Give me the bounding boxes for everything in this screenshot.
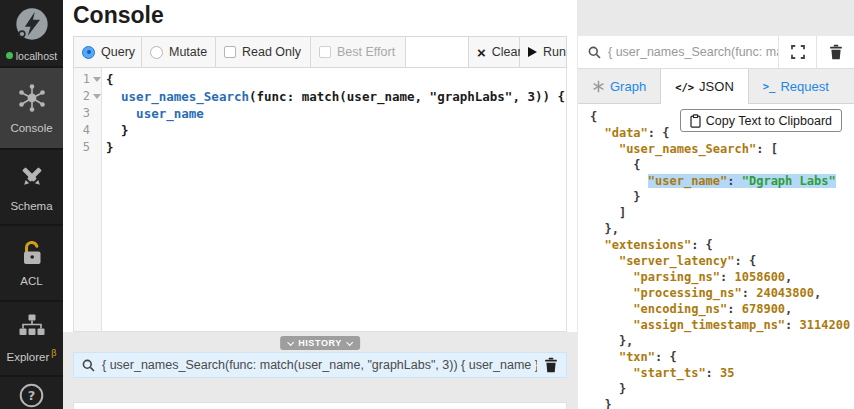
- results-query-preview: { user_names_Search(func: match(...: [601, 45, 778, 59]
- graph-icon: [592, 80, 605, 93]
- tab-json[interactable]: </> JSON: [660, 69, 749, 104]
- fold-arrow-icon[interactable]: [93, 94, 101, 99]
- json-line: ]: [590, 205, 854, 221]
- best-effort-label: Best Effort: [337, 45, 395, 59]
- history-toggle[interactable]: HISTORY: [280, 336, 360, 350]
- code-line: 3 user_name: [74, 105, 566, 122]
- code-line: 1{: [74, 71, 566, 88]
- json-line: "assign_timestamp_ns": 3114200: [590, 317, 854, 333]
- code-icon: </>: [675, 81, 694, 93]
- console-panel: Console Query Mutate Read Only Best Effo…: [63, 0, 577, 409]
- results-panel: { user_names_Search(func: match(...: [578, 0, 854, 409]
- tree-icon: [18, 314, 46, 343]
- code-line: 4 }: [74, 122, 566, 139]
- fullscreen-button[interactable]: [778, 36, 816, 68]
- tab-json-label: JSON: [699, 79, 734, 94]
- tab-graph[interactable]: Graph: [578, 69, 660, 103]
- connection-status-dot: [6, 52, 13, 59]
- run-button[interactable]: Run: [520, 37, 566, 67]
- json-line: {: [590, 157, 854, 173]
- tab-graph-label: Graph: [610, 79, 646, 94]
- page-title: Console: [73, 2, 164, 29]
- toolbar-spacer: [406, 37, 469, 67]
- best-effort-checkbox[interactable]: Best Effort: [311, 37, 406, 67]
- lock-icon: [19, 239, 45, 270]
- read-only-label: Read Only: [242, 45, 301, 59]
- editor-lines: 1{2 user_names_Search(func: match(user_n…: [74, 68, 566, 156]
- trash-icon: [829, 44, 843, 60]
- json-line: "user_name": "Dgraph Labs": [590, 173, 854, 189]
- history-entry-text: { user_names_Search(func: match(user_nam…: [102, 358, 537, 372]
- results-query-bar: { user_names_Search(func: match(...: [578, 36, 854, 69]
- search-icon: [578, 46, 601, 59]
- query-editor[interactable]: 1{2 user_names_Search(func: match(user_n…: [73, 68, 567, 332]
- json-view[interactable]: { "data": { "user_names_Search": [ { "us…: [578, 104, 854, 409]
- json-line: "start_ts": 35: [590, 365, 854, 381]
- results-tabs: Graph </> JSON >_ Request: [578, 69, 854, 104]
- mutate-mode-radio[interactable]: Mutate: [142, 37, 216, 67]
- json-line: "txn": {: [590, 349, 854, 365]
- tab-request-label: Request: [780, 79, 828, 94]
- sidebar-item-help[interactable]: ?: [0, 375, 63, 409]
- sidebar: localhost: [0, 0, 63, 409]
- json-line: "encoding_ns": 678900,: [590, 301, 854, 317]
- clear-button[interactable]: × Clear: [469, 37, 520, 67]
- x-icon: ×: [477, 45, 486, 60]
- sidebar-item-acl[interactable]: ACL: [0, 224, 63, 300]
- sidebar-item-console[interactable]: Console: [0, 66, 63, 148]
- clipboard-icon: [690, 114, 701, 128]
- history-entry[interactable]: { user_names_Search(func: match(user_nam…: [73, 352, 567, 378]
- json-lines: { "data": { "user_names_Search": [ { "us…: [590, 109, 854, 409]
- sidebar-item-label: Console: [10, 122, 52, 134]
- delete-result-button[interactable]: [816, 36, 854, 68]
- radio-unselected-icon: [150, 46, 163, 59]
- svg-text:?: ?: [28, 388, 36, 403]
- history-entry-partial[interactable]: [73, 402, 567, 409]
- fold-arrow-icon[interactable]: [93, 77, 101, 82]
- query-toolbar: Query Mutate Read Only Best Effort × Cle…: [73, 36, 567, 68]
- code-line: 2 user_names_Search(func: match(user_nam…: [74, 88, 566, 105]
- json-line: "server_latency": {: [590, 253, 854, 269]
- play-icon: [528, 47, 537, 57]
- json-line: "processing_ns": 24043800,: [590, 285, 854, 301]
- pencils-icon: [18, 163, 46, 195]
- query-mode-radio[interactable]: Query: [74, 37, 142, 67]
- beta-badge: β: [51, 348, 56, 358]
- query-mode-label: Query: [101, 45, 135, 59]
- fullscreen-icon: [791, 45, 805, 59]
- network-icon: [17, 83, 47, 117]
- sidebar-item-explorer[interactable]: Explorerβ: [0, 300, 63, 375]
- sidebar-item-label: localhost: [16, 50, 57, 62]
- sidebar-item-label: Schema: [10, 200, 52, 212]
- terminal-icon: >_: [763, 80, 776, 92]
- json-line: }: [590, 397, 854, 409]
- history-toggle-label: HISTORY: [298, 338, 342, 348]
- json-line: "user_names_Search": [: [590, 141, 854, 157]
- checkbox-icon: [319, 46, 331, 58]
- json-line: "parsing_ns": 1058600,: [590, 269, 854, 285]
- ratel-console-screen: localhost: [0, 0, 854, 409]
- json-line: }: [590, 189, 854, 205]
- sidebar-item-localhost[interactable]: localhost: [0, 0, 63, 66]
- chevron-down-icon: [287, 338, 294, 345]
- copy-to-clipboard-button[interactable]: Copy Text to Clipboard: [680, 109, 842, 132]
- sidebar-item-schema[interactable]: Schema: [0, 148, 63, 224]
- code-line: 5}: [74, 139, 566, 156]
- checkbox-icon: [224, 46, 236, 58]
- json-line: },: [590, 221, 854, 237]
- trash-icon[interactable]: [544, 357, 558, 373]
- chevron-down-icon: [346, 338, 353, 345]
- help-icon: ?: [19, 383, 44, 409]
- copy-button-label: Copy Text to Clipboard: [706, 114, 832, 128]
- dgraph-logo-icon: [13, 5, 51, 47]
- json-line: }: [590, 381, 854, 397]
- sidebar-item-label: Explorerβ: [6, 348, 56, 363]
- radio-selected-icon: [82, 46, 95, 59]
- read-only-checkbox[interactable]: Read Only: [216, 37, 311, 67]
- sidebar-item-label: ACL: [20, 275, 42, 287]
- clear-button-label: Clear: [492, 45, 522, 59]
- run-button-label: Run: [543, 45, 566, 59]
- tab-request[interactable]: >_ Request: [749, 69, 843, 103]
- json-line: "extensions": {: [590, 237, 854, 253]
- search-icon: [82, 359, 95, 372]
